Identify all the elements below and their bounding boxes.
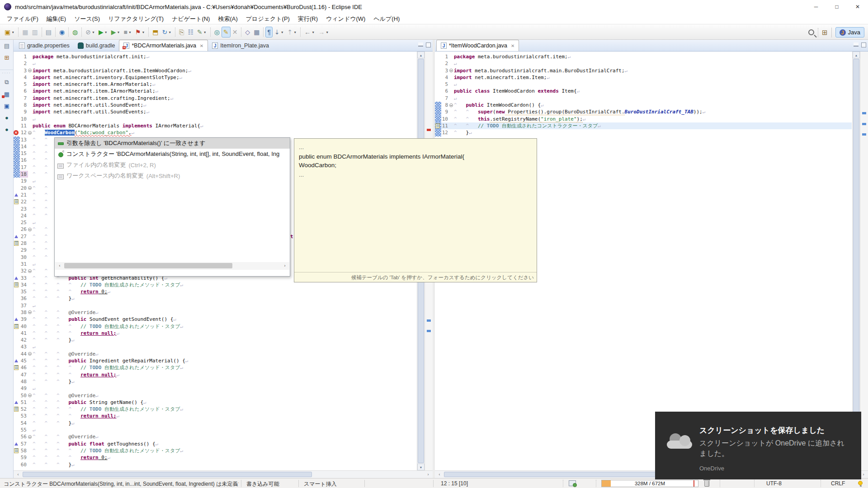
scroll-down-icon[interactable]: ▼	[417, 464, 425, 470]
line-number[interactable]: 47	[20, 371, 28, 378]
code-text[interactable]: ^ ^ ^ public String getName() {↵	[32, 399, 146, 406]
code-line[interactable]: 9^ ^ super(new Properties().group(BuroDu…	[435, 108, 852, 115]
line-number[interactable]: 36	[20, 295, 28, 302]
menu-item[interactable]: リファクタリング(T)	[104, 14, 168, 24]
annotation-gutter[interactable]	[14, 136, 20, 143]
line-number[interactable]: 10	[20, 116, 28, 122]
line-number[interactable]: 12	[20, 129, 28, 136]
hscroll-thumb[interactable]	[23, 472, 312, 477]
fold-gutter[interactable]	[28, 198, 32, 205]
gradle-tasks-icon[interactable]: ●	[0, 112, 14, 123]
fold-gutter[interactable]	[28, 143, 32, 150]
fold-gutter[interactable]	[28, 102, 32, 108]
line-number[interactable]: 60	[20, 461, 28, 468]
fold-gutter[interactable]	[28, 337, 32, 343]
fold-gutter[interactable]	[449, 67, 453, 74]
code-line[interactable]: 10↵	[14, 116, 416, 122]
scroll-up-icon[interactable]: ▲	[417, 52, 425, 58]
code-line[interactable]: 4import net.minecraft.item.Item;↵	[435, 74, 852, 81]
fold-gutter[interactable]	[28, 192, 32, 198]
code-text[interactable]: ^ ^ ^ ^ // TODO 自動生成されたメソッド・スタブ↵	[32, 406, 183, 413]
annotation-gutter[interactable]	[14, 267, 20, 274]
code-text[interactable]: ↵	[32, 116, 36, 122]
mark-occurrences-icon[interactable]: ✎	[222, 27, 231, 38]
code-text[interactable]: ↵	[32, 261, 36, 267]
dropdown-arrow-icon[interactable]: ▼	[168, 31, 171, 34]
fold-gutter[interactable]	[28, 378, 32, 385]
annotation-gutter[interactable]	[435, 116, 441, 122]
code-line[interactable]: 51^ ^ ^ public String getName() {↵	[14, 399, 416, 406]
fold-gutter[interactable]	[28, 185, 32, 192]
line-number[interactable]: 38	[20, 309, 28, 316]
fold-gutter[interactable]	[28, 330, 32, 337]
annotation-gutter[interactable]	[14, 433, 20, 440]
annotation-gutter[interactable]	[14, 399, 20, 406]
line-number[interactable]: 50	[20, 392, 28, 399]
minimize-pane-icon[interactable]	[854, 42, 859, 47]
fold-gutter[interactable]	[449, 60, 453, 67]
annotation-gutter[interactable]	[14, 364, 20, 371]
left-editor-hscrollbar[interactable]: ‹ ›	[14, 470, 433, 478]
annotation-gutter[interactable]	[14, 81, 20, 88]
annotation-gutter[interactable]	[14, 371, 20, 378]
fold-gutter[interactable]	[449, 81, 453, 88]
fold-gutter[interactable]	[449, 108, 453, 115]
line-number[interactable]: 22	[20, 198, 28, 205]
code-text[interactable]: import meta.burodustinrialcraft.item.Ite…	[32, 67, 191, 74]
collapse-icon[interactable]	[28, 269, 32, 273]
code-text[interactable]: ^ ^ ^ @Override↵	[32, 351, 99, 357]
fold-gutter[interactable]	[28, 53, 32, 60]
line-number[interactable]: 23	[20, 206, 28, 212]
minimized-outline-icon[interactable]: ▤	[0, 40, 14, 52]
collapse-icon[interactable]	[28, 131, 32, 135]
code-text[interactable]: import net.minecraft.util.SoundEvent;↵	[32, 102, 146, 108]
fold-gutter[interactable]	[28, 136, 32, 143]
line-number[interactable]: 24	[20, 212, 28, 219]
code-line[interactable]: 34^ ^ ^ ^ // TODO 自動生成されたメソッド・スタブ↵	[14, 282, 416, 288]
next-annotation-icon[interactable]: ⇣▼	[273, 27, 286, 38]
code-line[interactable]: 5import net.minecraft.item.ArmorMaterial…	[14, 81, 416, 88]
menu-item[interactable]: 編集(E)	[42, 14, 70, 24]
line-number[interactable]: 6	[441, 88, 449, 94]
package-explorer-icon[interactable]: ▦	[0, 88, 14, 100]
code-text[interactable]: ^ ^ ^ ^ return null;↵	[32, 371, 119, 378]
collapse-icon[interactable]	[449, 69, 453, 72]
scroll-left-icon[interactable]: ‹	[14, 471, 22, 478]
line-number[interactable]: 25	[20, 219, 28, 226]
code-text[interactable]: ^ ^ this.setRegistryName("iron_plate");↵	[453, 116, 585, 122]
code-text[interactable]: ^ ^ ^ public Ingredient getRepairMateria…	[32, 357, 188, 364]
code-text[interactable]: public enum BDCArmorMaterials implements…	[32, 122, 203, 129]
code-text[interactable]: import net.minecraft.util.SoundEvents;↵	[32, 108, 149, 115]
browser-icon[interactable]: ◎	[212, 27, 222, 38]
line-number[interactable]: 28	[20, 240, 28, 247]
dropdown-arrow-icon[interactable]: ▼	[11, 31, 14, 34]
gradle-executions-icon[interactable]: ●	[0, 123, 14, 135]
annotation-gutter[interactable]	[435, 122, 441, 129]
annotation-gutter[interactable]	[14, 206, 20, 212]
new-wizard-icon[interactable]: ▣▼	[3, 27, 16, 38]
code-text[interactable]: package meta.burodustinrialcraft.item;↵	[453, 53, 571, 60]
notification-bulb-icon[interactable]	[858, 481, 863, 485]
annotation-gutter[interactable]	[14, 261, 20, 267]
annotation-gutter[interactable]	[14, 323, 20, 330]
code-line[interactable]: 47^ ^ ^ ^ return null;↵	[14, 371, 416, 378]
code-line[interactable]: 54^ ^ ^ }↵	[14, 420, 416, 427]
error-marker-icon[interactable]: ✕	[14, 130, 19, 135]
menu-item[interactable]: ファイル(F)	[3, 14, 42, 24]
prev-annotation-icon[interactable]: ⇡▼	[286, 27, 299, 38]
save-all-icon[interactable]: ▥	[30, 27, 39, 38]
code-line[interactable]: ✕12^ WoodCarbon("bdc;wood_carbon",↵	[14, 129, 416, 136]
line-number[interactable]: 17	[20, 164, 28, 171]
fold-gutter[interactable]	[28, 267, 32, 274]
annotation-gutter[interactable]	[14, 302, 20, 309]
line-number[interactable]: 1	[441, 53, 449, 60]
occurrence-overview-mark[interactable]	[862, 133, 866, 136]
code-line[interactable]: 8^ public ItemWoodCardon() {↵	[435, 102, 852, 108]
quick-assist-item[interactable]: ファイル内の名前変更 (Ctrl+2, R)	[55, 160, 290, 170]
annotation-gutter[interactable]	[14, 219, 20, 226]
fold-gutter[interactable]	[28, 454, 32, 461]
annotation-gutter[interactable]	[14, 108, 20, 115]
restore-views-icon[interactable]: ⧉	[0, 76, 14, 88]
menu-item[interactable]: プロジェクト(P)	[242, 14, 294, 24]
code-line[interactable]: 43↵	[14, 343, 416, 350]
